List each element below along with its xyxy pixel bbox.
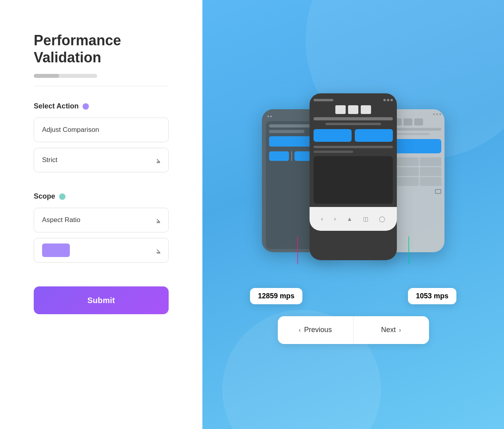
mode-value: Strict bbox=[42, 156, 58, 164]
previous-chevron-icon: ‹ bbox=[299, 327, 301, 334]
scope-label-text: Scope bbox=[34, 192, 55, 201]
phone-center-nav: ‹ › ▲ ◫ ◯ bbox=[310, 207, 397, 231]
scope-value: Aspect Ratio bbox=[42, 216, 80, 224]
phones-illustration: ‹ › ▲ ◫ ◯ bbox=[250, 85, 456, 276]
metric-left-value: 12859 mps bbox=[258, 292, 294, 300]
scope-section: Scope Aspect Ratio ⦥ ⦥ bbox=[34, 192, 169, 263]
metric-right-value: 1053 mps bbox=[416, 292, 448, 300]
select-action-text: Select Action bbox=[34, 102, 79, 110]
scope-dot bbox=[59, 193, 65, 200]
next-chevron-icon: › bbox=[399, 327, 401, 334]
metric-callouts: 12859 mps 1053 mps bbox=[250, 288, 456, 304]
select-action-dot bbox=[83, 103, 89, 110]
color-swatch bbox=[42, 243, 70, 257]
next-button[interactable]: Next › bbox=[354, 316, 429, 344]
previous-button[interactable]: ‹ Previous bbox=[278, 316, 353, 344]
divider bbox=[34, 86, 169, 86]
right-panel: ‹ › ▲ ◫ ◯ bbox=[202, 0, 504, 429]
color-chevron-icon: ⦥ bbox=[156, 246, 160, 255]
left-panel: Performance Validation Select Action Adj… bbox=[0, 0, 202, 429]
progress-bar-container bbox=[34, 74, 97, 78]
mode-chevron-icon: ⦥ bbox=[156, 156, 160, 164]
next-label: Next bbox=[381, 326, 396, 334]
progress-bar-fill bbox=[34, 74, 59, 78]
action-value: Adjust Comparison bbox=[42, 126, 99, 134]
status-dots-left bbox=[267, 116, 272, 117]
scope-dropdown[interactable]: Aspect Ratio ⦥ bbox=[34, 208, 169, 232]
color-swatch-dropdown[interactable]: ⦥ bbox=[34, 238, 169, 263]
metric-right-callout: 1053 mps bbox=[408, 288, 456, 304]
phone-center: ‹ › ▲ ◫ ◯ bbox=[310, 93, 397, 260]
action-input[interactable]: Adjust Comparison bbox=[34, 118, 169, 142]
metric-left-callout: 12859 mps bbox=[250, 288, 302, 304]
submit-button[interactable]: Submit bbox=[34, 286, 169, 314]
scope-chevron-icon: ⦥ bbox=[156, 216, 160, 224]
navigation-buttons: ‹ Previous Next › bbox=[278, 316, 429, 344]
scope-label-row: Scope bbox=[34, 192, 169, 201]
select-action-label: Select Action bbox=[34, 102, 169, 110]
page-title: Performance Validation bbox=[34, 32, 169, 66]
previous-label: Previous bbox=[304, 326, 332, 334]
mode-dropdown[interactable]: Strict ⦥ bbox=[34, 148, 169, 172]
